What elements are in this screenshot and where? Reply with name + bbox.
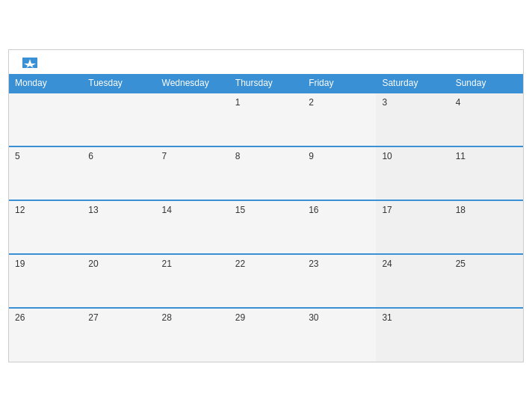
weekday-header-sunday: Sunday [450, 74, 523, 93]
calendar-cell: 31 [376, 308, 449, 362]
weekday-header-saturday: Saturday [376, 74, 449, 93]
calendar-cell: 10 [376, 146, 449, 200]
day-number: 30 [309, 312, 318, 323]
day-number: 31 [382, 312, 392, 323]
calendar-table: MondayTuesdayWednesdayThursdayFridaySatu… [9, 74, 523, 362]
day-number: 6 [88, 151, 93, 161]
week-row-3: 19202122232425 [9, 254, 523, 308]
day-number: 13 [88, 205, 98, 215]
day-number: 7 [162, 151, 167, 161]
weekday-header-wednesday: Wednesday [156, 74, 229, 93]
day-number: 16 [309, 205, 318, 215]
calendar-cell [450, 308, 523, 362]
calendar-cell: 13 [82, 200, 155, 254]
calendar-cell: 6 [82, 146, 155, 200]
day-number: 12 [15, 205, 25, 215]
day-number: 8 [235, 151, 241, 161]
day-number: 2 [309, 97, 314, 108]
day-number: 27 [88, 312, 98, 323]
calendar-cell: 4 [450, 93, 523, 146]
calendar-cell: 8 [229, 146, 303, 200]
calendar-cell: 20 [82, 254, 155, 308]
calendar-cell: 14 [156, 200, 229, 254]
calendar-cell: 15 [229, 200, 303, 254]
day-number: 26 [15, 312, 25, 323]
day-number: 15 [235, 205, 245, 215]
logo-flag-icon [22, 58, 37, 68]
calendar-cell: 1 [229, 93, 303, 146]
calendar-cell: 22 [229, 254, 303, 308]
calendar-cell: 17 [376, 200, 449, 254]
day-number: 4 [456, 97, 461, 108]
calendar-header [9, 50, 523, 74]
day-number: 21 [162, 259, 172, 269]
day-number: 22 [235, 259, 245, 269]
week-row-4: 262728293031 [9, 308, 523, 362]
day-number: 5 [15, 151, 20, 161]
day-number: 3 [382, 97, 387, 108]
calendar-cell [82, 93, 155, 146]
calendar-cell: 24 [376, 254, 449, 308]
day-number: 24 [382, 259, 392, 269]
week-row-1: 567891011 [9, 146, 523, 200]
calendar-cell: 9 [303, 146, 376, 200]
calendar-cell: 30 [303, 308, 376, 362]
calendar-cell: 19 [9, 254, 82, 308]
calendar-cell [9, 93, 82, 146]
day-number: 18 [456, 205, 466, 215]
calendar-cell: 27 [82, 308, 155, 362]
day-number: 28 [162, 312, 172, 323]
calendar-cell: 25 [450, 254, 523, 308]
weekday-header-tuesday: Tuesday [82, 74, 155, 93]
calendar-cell: 11 [450, 146, 523, 200]
calendar-container: MondayTuesdayWednesdayThursdayFridaySatu… [8, 49, 524, 362]
calendar-cell: 26 [9, 308, 82, 362]
day-number: 20 [88, 259, 98, 269]
calendar-cell: 12 [9, 200, 82, 254]
calendar-cell: 28 [156, 308, 229, 362]
day-number: 29 [235, 312, 245, 323]
calendar-cell: 21 [156, 254, 229, 308]
calendar-cell [156, 93, 229, 146]
calendar-cell: 7 [156, 146, 229, 200]
calendar-cell: 29 [229, 308, 303, 362]
day-number: 14 [162, 205, 172, 215]
calendar-cell: 18 [450, 200, 523, 254]
weekday-header-monday: Monday [9, 74, 82, 93]
day-number: 23 [309, 259, 318, 269]
calendar-cell: 5 [9, 146, 82, 200]
calendar-cell: 2 [303, 93, 376, 146]
day-number: 25 [456, 259, 466, 269]
day-number: 1 [235, 97, 241, 108]
day-number: 19 [15, 259, 25, 269]
week-row-0: 1234 [9, 93, 523, 146]
day-number: 10 [382, 151, 392, 161]
calendar-cell: 23 [303, 254, 376, 308]
logo [21, 58, 39, 68]
weekday-header-row: MondayTuesdayWednesdayThursdayFridaySatu… [9, 74, 523, 93]
day-number: 11 [456, 151, 466, 161]
day-number: 17 [382, 205, 392, 215]
calendar-cell: 16 [303, 200, 376, 254]
weekday-header-friday: Friday [303, 74, 376, 93]
weekday-header-thursday: Thursday [229, 74, 303, 93]
day-number: 9 [309, 151, 314, 161]
week-row-2: 12131415161718 [9, 200, 523, 254]
calendar-cell: 3 [376, 93, 449, 146]
